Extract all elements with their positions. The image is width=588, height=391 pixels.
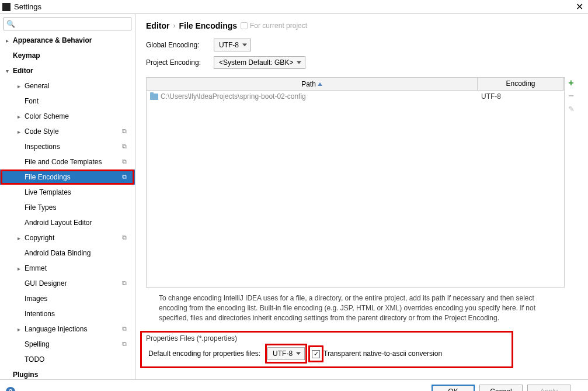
project-scope-badge-icon: ⧉ <box>122 158 130 166</box>
transparent-ascii-label: Transparent native-to-ascii conversion <box>323 350 442 358</box>
tree-item-keymap[interactable]: Keymap <box>0 48 135 63</box>
tree-item-label: Editor <box>13 67 122 75</box>
tree-item-file-encodings[interactable]: File Encodings⧉ <box>0 169 135 185</box>
tree-item-copyright[interactable]: ▸Copyright⧉ <box>0 230 135 245</box>
tree-item-images[interactable]: Images <box>0 291 135 306</box>
chevron-icon: ▸ <box>18 83 25 89</box>
table-row[interactable]: C:\Users\lfy\IdeaProjects\spring-boot-02… <box>147 91 564 102</box>
project-scope-badge-icon: ⧉ <box>122 127 130 136</box>
tree-item-color-scheme[interactable]: ▸Color Scheme <box>0 109 135 124</box>
tree-item-live-templates[interactable]: Live Templates <box>0 185 135 200</box>
tree-item-label: GUI Designer <box>25 279 122 288</box>
tree-item-file-and-code-templates[interactable]: File and Code Templates⧉ <box>0 154 135 169</box>
title-bar: Settings ✕ <box>0 0 588 14</box>
tree-item-editor[interactable]: ▾Editor <box>0 63 135 78</box>
breadcrumb-hint: For current project <box>241 22 307 30</box>
search-icon: 🔍 <box>6 20 15 28</box>
breadcrumb-separator: › <box>173 22 175 30</box>
tree-item-label: Appearance & Behavior <box>13 36 122 44</box>
project-scope-badge-icon <box>122 188 130 196</box>
project-scope-badge-icon <box>122 112 130 120</box>
tree-item-inspections[interactable]: Inspections⧉ <box>0 139 135 154</box>
search-input[interactable] <box>18 20 128 28</box>
project-scope-badge-icon <box>122 51 130 60</box>
transparent-ascii-checkbox[interactable]: ✓ <box>312 350 320 358</box>
tree-item-label: General <box>25 82 122 90</box>
properties-row: Default encoding for properties files: U… <box>146 344 577 364</box>
project-scope-badge-icon <box>122 203 130 212</box>
project-scope-badge-icon <box>122 36 130 44</box>
chevron-icon: ▸ <box>18 265 25 272</box>
apply-button[interactable]: Apply <box>527 385 570 391</box>
tree-item-label: Language Injections <box>25 325 122 333</box>
chevron-icon: ▸ <box>18 326 25 333</box>
project-scope-badge-icon <box>122 264 130 272</box>
table-header: Path Encoding <box>147 78 564 91</box>
project-encoding-select[interactable]: <System Default: GBK> <box>214 56 305 69</box>
tree-item-label: Android Layout Editor <box>25 219 122 227</box>
project-scope-badge-icon: ⧉ <box>122 234 130 242</box>
remove-button[interactable]: − <box>566 91 576 101</box>
global-encoding-select[interactable]: UTF-8 <box>214 39 251 51</box>
settings-sidebar: 🔍 ▸Appearance & BehaviorKeymap▾Editor▸Ge… <box>0 14 135 379</box>
add-button[interactable]: + <box>566 78 576 88</box>
tree-item-emmet[interactable]: ▸Emmet <box>0 261 135 276</box>
project-scope-badge-icon: ⧉ <box>122 340 130 348</box>
properties-encoding-select[interactable]: UTF-8 <box>267 347 305 360</box>
tree-item-plugins[interactable]: Plugins <box>0 367 135 379</box>
cancel-button[interactable]: Cancel <box>479 385 523 391</box>
table-toolbar: + − ✎ <box>565 77 577 288</box>
project-scope-badge-icon: ⧉ <box>122 143 130 151</box>
tree-item-label: Android Data Binding <box>25 249 122 257</box>
chevron-icon: ▸ <box>6 37 13 44</box>
edit-button[interactable]: ✎ <box>566 104 576 113</box>
project-scope-badge-icon <box>122 219 130 227</box>
tree-item-spelling[interactable]: Spelling⧉ <box>0 337 135 352</box>
tree-item-label: TODO <box>25 355 122 364</box>
global-encoding-label: Global Encoding: <box>146 41 209 49</box>
tree-item-label: File Types <box>25 203 122 212</box>
tree-item-todo[interactable]: TODO <box>0 352 135 367</box>
table-body: C:\Users\lfy\IdeaProjects\spring-boot-02… <box>147 91 564 287</box>
tree-item-code-style[interactable]: ▸Code Style⧉ <box>0 124 135 139</box>
chevron-icon: ▾ <box>6 68 13 74</box>
tree-item-gui-designer[interactable]: GUI Designer⧉ <box>0 276 135 291</box>
sort-asc-icon <box>318 82 322 86</box>
tree-item-label: Inspections <box>25 143 122 151</box>
properties-section-title: Properties Files (*.properties) <box>146 334 577 342</box>
tree-item-font[interactable]: Font <box>0 94 135 109</box>
cell-path: C:\Users\lfy\IdeaProjects\spring-boot-02… <box>147 92 478 101</box>
properties-encoding-label: Default encoding for properties files: <box>148 350 260 358</box>
project-scope-badge-icon <box>122 82 130 90</box>
breadcrumb-part-file-encodings: File Encodings <box>179 21 237 30</box>
column-header-encoding[interactable]: Encoding <box>478 78 564 90</box>
tree-item-label: Plugins <box>13 371 122 379</box>
project-scope-badge-icon <box>122 97 130 105</box>
search-field[interactable]: 🔍 <box>4 18 131 30</box>
tree-item-language-injections[interactable]: ▸Language Injections⧉ <box>0 321 135 337</box>
tree-item-label: Emmet <box>25 264 122 272</box>
project-scope-badge-icon <box>122 67 130 75</box>
tree-item-android-data-binding[interactable]: Android Data Binding <box>0 245 135 261</box>
project-scope-badge-icon: ⧉ <box>122 173 130 181</box>
tree-item-intentions[interactable]: Intentions <box>0 306 135 321</box>
project-encoding-label: Project Encoding: <box>146 58 209 67</box>
project-scope-badge-icon <box>122 310 130 318</box>
tree-item-general[interactable]: ▸General <box>0 78 135 94</box>
breadcrumb-hint-text: For current project <box>250 22 307 30</box>
tree-item-android-layout-editor[interactable]: Android Layout Editor <box>0 215 135 230</box>
column-header-path[interactable]: Path <box>147 78 478 90</box>
project-scope-badge-icon <box>122 355 130 364</box>
tree-item-label: Spelling <box>25 340 122 348</box>
tree-item-file-types[interactable]: File Types <box>0 200 135 215</box>
help-button[interactable]: ? <box>6 387 15 391</box>
close-icon[interactable]: ✕ <box>576 1 583 12</box>
tree-item-label: Keymap <box>13 51 122 60</box>
tree-item-appearance-behavior[interactable]: ▸Appearance & Behavior <box>0 33 135 48</box>
global-encoding-value: UTF-8 <box>219 41 239 49</box>
project-scope-badge-icon: ⧉ <box>122 325 130 333</box>
tree-item-label: File and Code Templates <box>25 158 122 166</box>
help-text: To change encoding IntelliJ IDEA uses fo… <box>159 293 563 323</box>
ok-button[interactable]: OK <box>432 385 475 391</box>
tree-item-label: Live Templates <box>25 188 122 196</box>
